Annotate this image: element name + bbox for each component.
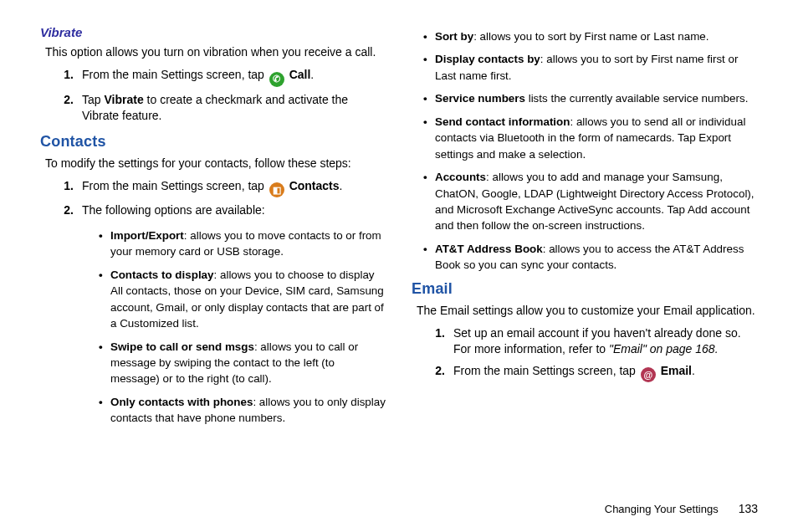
document-page: Vibrate This option allows you turn on v…	[0, 0, 798, 532]
list-item: • Send contact information: allows you t…	[423, 114, 758, 162]
vibrate-steps: 1. From the main Settings screen, tap ✆ …	[40, 67, 386, 125]
email-steps: 1. Set up an email account if you haven'…	[412, 325, 758, 383]
step-number: 1.	[40, 67, 82, 87]
step-number: 2.	[412, 363, 453, 383]
step-text: Set up an email account if you haven't a…	[453, 325, 758, 358]
list-item: • Display contacts by: allows you to sor…	[423, 51, 758, 84]
list-item: 1. From the main Settings screen, tap ✆ …	[40, 67, 386, 87]
step-number: 1.	[40, 178, 82, 198]
email-icon: @	[641, 367, 656, 382]
list-item: 2. The following options are available:	[40, 202, 386, 219]
step-text: From the main Settings screen, tap ✆ Cal…	[82, 67, 386, 87]
page-footer: Changing Your Settings 133	[40, 494, 758, 515]
list-item: • Accounts: allows you to add and manage…	[423, 169, 758, 234]
page-number: 133	[739, 502, 758, 515]
step-text: From the main Settings screen, tap @ Ema…	[453, 363, 758, 383]
step-number: 2.	[40, 202, 82, 219]
phone-icon: ✆	[269, 72, 284, 87]
contacts-options-right: • Sort by: allows you to sort by First n…	[423, 28, 758, 274]
step-text: The following options are available:	[82, 202, 386, 219]
list-item: • Import/Export: allows you to move cont…	[82, 228, 386, 260]
list-item: • AT&T Address Book: allows you to acces…	[423, 241, 758, 274]
contacts-steps: 1. From the main Settings screen, tap ◧ …	[40, 178, 386, 219]
list-item: • Only contacts with phones: allows you …	[82, 394, 386, 427]
two-column-layout: Vibrate This option allows you turn on v…	[40, 25, 758, 494]
list-item: • Service numbers lists the currently av…	[423, 90, 758, 106]
step-number: 2.	[40, 92, 82, 125]
list-item: • Contacts to display: allows you to cho…	[82, 267, 386, 332]
list-item: • Sort by: allows you to sort by First n…	[423, 28, 758, 44]
step-number: 1.	[412, 325, 453, 358]
contacts-intro: To modify the settings for your contacts…	[45, 156, 386, 171]
list-item: 2. From the main Settings screen, tap @ …	[412, 363, 758, 383]
step-text: Tap Vibrate to create a checkmark and ac…	[82, 92, 386, 125]
list-item: 1. Set up an email account if you haven'…	[412, 325, 758, 358]
left-column: Vibrate This option allows you turn on v…	[40, 25, 386, 494]
step-text: From the main Settings screen, tap ◧ Con…	[82, 178, 386, 198]
email-heading: Email	[412, 280, 758, 298]
list-item: 2. Tap Vibrate to create a checkmark and…	[40, 92, 386, 125]
list-item: • Swipe to call or send msgs: allows you…	[82, 339, 386, 387]
vibrate-intro: This option allows you turn on vibration…	[45, 44, 386, 60]
vibrate-heading: Vibrate	[40, 25, 386, 39]
email-intro: The Email settings allow you to customiz…	[417, 303, 758, 319]
right-column: • Sort by: allows you to sort by First n…	[412, 25, 758, 494]
footer-section: Changing Your Settings	[605, 503, 719, 515]
contacts-icon: ◧	[269, 182, 284, 197]
contacts-options-left: • Import/Export: allows you to move cont…	[82, 228, 386, 427]
list-item: 1. From the main Settings screen, tap ◧ …	[40, 178, 386, 198]
contacts-heading: Contacts	[40, 133, 386, 151]
